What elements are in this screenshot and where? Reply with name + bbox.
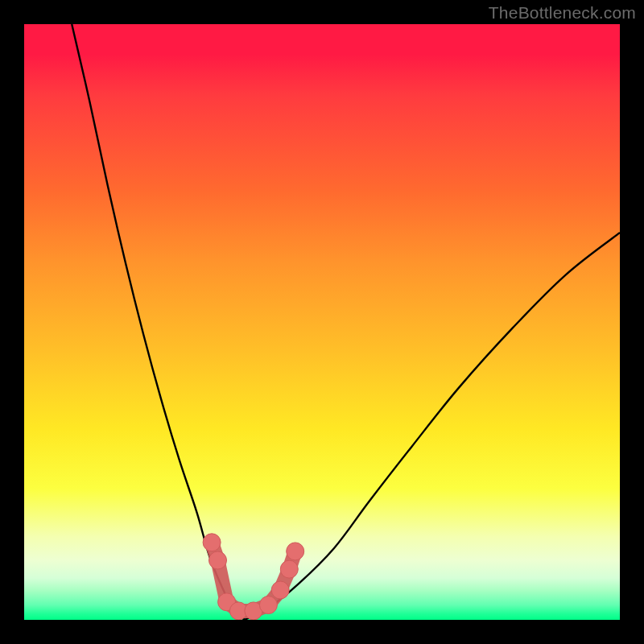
- curve-layer: [24, 24, 620, 620]
- watermark-text: TheBottleneck.com: [489, 3, 636, 23]
- marker-dot: [287, 543, 304, 560]
- marker-dot: [203, 534, 221, 551]
- marker-dot: [280, 560, 298, 578]
- marker-dot: [209, 551, 227, 569]
- chart-frame: TheBottleneck.com: [0, 0, 644, 644]
- plot-area: [24, 24, 620, 620]
- marker-dot: [271, 581, 289, 599]
- marker-dot: [259, 597, 277, 614]
- bottleneck-curve-right: [245, 233, 620, 620]
- bottleneck-curve-left: [72, 24, 245, 620]
